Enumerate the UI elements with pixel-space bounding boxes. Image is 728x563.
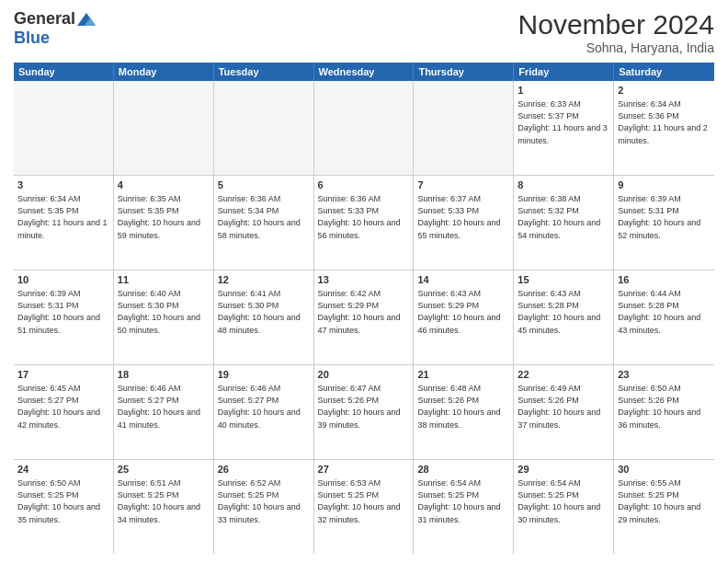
day-info-1: Sunrise: 6:33 AMSunset: 5:37 PMDaylight:… — [518, 98, 609, 146]
cell-w3-d1: 18Sunrise: 6:46 AMSunset: 5:27 PMDayligh… — [114, 365, 214, 459]
day-info-24: Sunrise: 6:50 AMSunset: 5:25 PMDaylight:… — [17, 477, 109, 525]
day-info-7: Sunrise: 6:37 AMSunset: 5:33 PMDaylight:… — [417, 193, 509, 241]
day-info-10: Sunrise: 6:39 AMSunset: 5:31 PMDaylight:… — [17, 288, 109, 336]
cell-w4-d0: 24Sunrise: 6:50 AMSunset: 5:25 PMDayligh… — [14, 460, 114, 554]
day-info-27: Sunrise: 6:53 AMSunset: 5:25 PMDaylight:… — [318, 477, 410, 525]
calendar-header: Sunday Monday Tuesday Wednesday Thursday… — [14, 63, 714, 81]
cell-w1-d1: 4Sunrise: 6:35 AMSunset: 5:35 PMDaylight… — [114, 176, 214, 270]
day-info-6: Sunrise: 6:36 AMSunset: 5:33 PMDaylight:… — [318, 193, 410, 241]
day-info-5: Sunrise: 6:36 AMSunset: 5:34 PMDaylight:… — [218, 193, 310, 241]
day-num-17: 17 — [17, 368, 109, 382]
cell-w0-d6: 2Sunrise: 6:34 AMSunset: 5:36 PMDaylight… — [614, 81, 714, 175]
day-num-4: 4 — [118, 178, 210, 192]
day-info-2: Sunrise: 6:34 AMSunset: 5:36 PMDaylight:… — [618, 98, 711, 146]
day-num-14: 14 — [417, 273, 509, 287]
day-info-9: Sunrise: 6:39 AMSunset: 5:31 PMDaylight:… — [618, 193, 711, 241]
day-info-16: Sunrise: 6:44 AMSunset: 5:28 PMDaylight:… — [618, 288, 711, 336]
day-num-28: 28 — [417, 463, 509, 477]
cell-w2-d6: 16Sunrise: 6:44 AMSunset: 5:28 PMDayligh… — [614, 270, 714, 364]
cell-w4-d6: 30Sunrise: 6:55 AMSunset: 5:25 PMDayligh… — [614, 460, 714, 554]
day-info-26: Sunrise: 6:52 AMSunset: 5:25 PMDaylight:… — [218, 477, 310, 525]
day-info-8: Sunrise: 6:38 AMSunset: 5:32 PMDaylight:… — [518, 193, 609, 241]
day-num-8: 8 — [518, 178, 609, 192]
day-info-22: Sunrise: 6:49 AMSunset: 5:26 PMDaylight:… — [518, 383, 609, 431]
cell-w2-d4: 14Sunrise: 6:43 AMSunset: 5:29 PMDayligh… — [414, 270, 514, 364]
day-num-30: 30 — [618, 463, 711, 477]
day-num-22: 22 — [518, 368, 609, 382]
logo-icon — [77, 13, 96, 26]
cell-w2-d1: 11Sunrise: 6:40 AMSunset: 5:30 PMDayligh… — [114, 270, 214, 364]
month-title: November 2024 — [518, 9, 714, 40]
cell-w0-d1 — [114, 81, 214, 175]
cell-w1-d5: 8Sunrise: 6:38 AMSunset: 5:32 PMDaylight… — [514, 176, 614, 270]
cell-w3-d6: 23Sunrise: 6:50 AMSunset: 5:26 PMDayligh… — [614, 365, 714, 459]
cell-w2-d2: 12Sunrise: 6:41 AMSunset: 5:30 PMDayligh… — [214, 270, 314, 364]
day-info-12: Sunrise: 6:41 AMSunset: 5:30 PMDaylight:… — [218, 288, 310, 336]
day-info-23: Sunrise: 6:50 AMSunset: 5:26 PMDaylight:… — [618, 383, 711, 431]
cell-w3-d2: 19Sunrise: 6:46 AMSunset: 5:27 PMDayligh… — [214, 365, 314, 459]
day-num-11: 11 — [118, 273, 210, 287]
cell-w0-d5: 1Sunrise: 6:33 AMSunset: 5:37 PMDaylight… — [514, 81, 614, 175]
week-row-3: 17Sunrise: 6:45 AMSunset: 5:27 PMDayligh… — [14, 365, 714, 460]
header-tuesday: Tuesday — [214, 63, 314, 81]
header-thursday: Thursday — [414, 63, 514, 81]
day-info-17: Sunrise: 6:45 AMSunset: 5:27 PMDaylight:… — [17, 383, 109, 431]
day-info-20: Sunrise: 6:47 AMSunset: 5:26 PMDaylight:… — [318, 383, 410, 431]
day-info-29: Sunrise: 6:54 AMSunset: 5:25 PMDaylight:… — [518, 477, 609, 525]
week-row-4: 24Sunrise: 6:50 AMSunset: 5:25 PMDayligh… — [14, 460, 714, 554]
cell-w3-d0: 17Sunrise: 6:45 AMSunset: 5:27 PMDayligh… — [14, 365, 114, 459]
day-num-15: 15 — [518, 273, 609, 287]
calendar-body: 1Sunrise: 6:33 AMSunset: 5:37 PMDaylight… — [14, 81, 714, 554]
day-num-18: 18 — [118, 368, 210, 382]
cell-w3-d4: 21Sunrise: 6:48 AMSunset: 5:26 PMDayligh… — [414, 365, 514, 459]
header: General Blue November 2024 Sohna, Haryan… — [14, 9, 714, 55]
cell-w1-d0: 3Sunrise: 6:34 AMSunset: 5:35 PMDaylight… — [14, 176, 114, 270]
day-num-24: 24 — [17, 463, 109, 477]
cell-w2-d0: 10Sunrise: 6:39 AMSunset: 5:31 PMDayligh… — [14, 270, 114, 364]
day-info-11: Sunrise: 6:40 AMSunset: 5:30 PMDaylight:… — [118, 288, 210, 336]
cell-w4-d3: 27Sunrise: 6:53 AMSunset: 5:25 PMDayligh… — [314, 460, 415, 554]
day-num-5: 5 — [218, 178, 310, 192]
title-area: November 2024 Sohna, Haryana, India — [518, 9, 714, 55]
cell-w0-d3 — [314, 81, 415, 175]
day-num-6: 6 — [318, 178, 410, 192]
header-wednesday: Wednesday — [314, 63, 415, 81]
day-info-28: Sunrise: 6:54 AMSunset: 5:25 PMDaylight:… — [417, 477, 509, 525]
day-num-3: 3 — [17, 178, 109, 192]
cell-w4-d4: 28Sunrise: 6:54 AMSunset: 5:25 PMDayligh… — [414, 460, 514, 554]
cell-w4-d2: 26Sunrise: 6:52 AMSunset: 5:25 PMDayligh… — [214, 460, 314, 554]
day-num-13: 13 — [318, 273, 410, 287]
day-info-25: Sunrise: 6:51 AMSunset: 5:25 PMDaylight:… — [118, 477, 210, 525]
week-row-2: 10Sunrise: 6:39 AMSunset: 5:31 PMDayligh… — [14, 270, 714, 365]
cell-w1-d4: 7Sunrise: 6:37 AMSunset: 5:33 PMDaylight… — [414, 176, 514, 270]
day-num-7: 7 — [417, 178, 509, 192]
day-num-26: 26 — [218, 463, 310, 477]
logo-general: General — [14, 9, 75, 29]
week-row-1: 3Sunrise: 6:34 AMSunset: 5:35 PMDaylight… — [14, 176, 714, 270]
cell-w4-d5: 29Sunrise: 6:54 AMSunset: 5:25 PMDayligh… — [514, 460, 614, 554]
day-info-14: Sunrise: 6:43 AMSunset: 5:29 PMDaylight:… — [417, 288, 509, 336]
day-num-21: 21 — [417, 368, 509, 382]
header-saturday: Saturday — [614, 63, 714, 81]
logo-blue: Blue — [14, 29, 50, 48]
day-num-20: 20 — [318, 368, 410, 382]
cell-w0-d2 — [214, 81, 314, 175]
header-friday: Friday — [514, 63, 614, 81]
cell-w3-d3: 20Sunrise: 6:47 AMSunset: 5:26 PMDayligh… — [314, 365, 415, 459]
cell-w1-d3: 6Sunrise: 6:36 AMSunset: 5:33 PMDaylight… — [314, 176, 415, 270]
day-info-15: Sunrise: 6:43 AMSunset: 5:28 PMDaylight:… — [518, 288, 609, 336]
cell-w1-d6: 9Sunrise: 6:39 AMSunset: 5:31 PMDaylight… — [614, 176, 714, 270]
day-num-19: 19 — [218, 368, 310, 382]
day-num-10: 10 — [17, 273, 109, 287]
day-info-18: Sunrise: 6:46 AMSunset: 5:27 PMDaylight:… — [118, 383, 210, 431]
cell-w2-d5: 15Sunrise: 6:43 AMSunset: 5:28 PMDayligh… — [514, 270, 614, 364]
page: General Blue November 2024 Sohna, Haryan… — [0, 0, 728, 563]
cell-w0-d0 — [14, 81, 114, 175]
location: Sohna, Haryana, India — [518, 40, 714, 55]
header-sunday: Sunday — [14, 63, 114, 81]
day-info-19: Sunrise: 6:46 AMSunset: 5:27 PMDaylight:… — [218, 383, 310, 431]
day-info-4: Sunrise: 6:35 AMSunset: 5:35 PMDaylight:… — [118, 193, 210, 241]
day-num-1: 1 — [518, 84, 609, 98]
cell-w4-d1: 25Sunrise: 6:51 AMSunset: 5:25 PMDayligh… — [114, 460, 214, 554]
cell-w1-d2: 5Sunrise: 6:36 AMSunset: 5:34 PMDaylight… — [214, 176, 314, 270]
